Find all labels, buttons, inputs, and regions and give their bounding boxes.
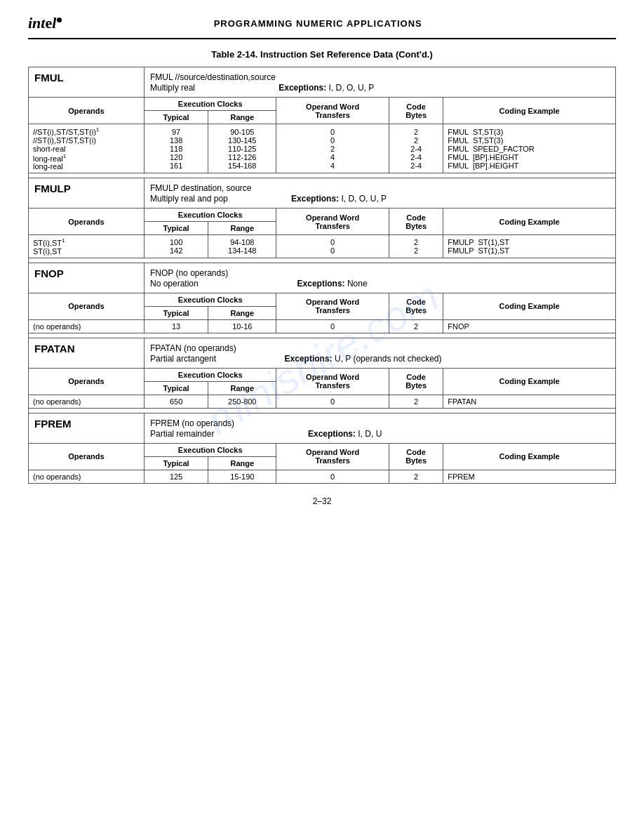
fpatan-exec-clocks-header: Execution Clocks [145,368,276,381]
fmulp-exceptions: Exceptions: I, D, O, U, P [291,194,387,204]
fmul-exceptions: Exceptions: I, D, O, U, P [279,83,374,93]
fmulp-word-transfers: 00 [276,235,389,258]
fnop-operands: (no operands) [29,319,145,333]
fnop-desc: FNOP (no operands)No operation [150,268,228,289]
fprem-name: FPREM [34,418,72,430]
fmulp-clocks-header: Operands Execution Clocks Operand WordTr… [29,208,616,222]
fnop-name: FNOP [34,267,64,279]
page-number: 2–32 [28,496,616,506]
fmul-typical: 97138118120161 [145,124,208,173]
fpatan-data-row: (no operands) 650 250-800 0 2 FPATAN [29,395,616,408]
fpatan-desc: FPATAN (no operands)Partial arctangent [150,343,236,364]
fmul-coding-example-header: Coding Example [443,98,616,124]
fmulp-operands-col-header: Operands [29,208,145,235]
fpatan-operands: (no operands) [29,395,145,408]
fmulp-data-row: ST(i),ST1 ST(i),ST 100142 94-108134-148 … [29,235,616,258]
fpatan-typical: 650 [145,395,208,408]
fmul-name: FMUL [34,72,64,84]
fpatan-exceptions: Exceptions: U, P (operands not checked) [285,354,442,364]
fpatan-typical-header: Typical [145,381,208,395]
fprem-coding-example-header: Coding Example [443,443,616,470]
fpatan-header-row: FPATAN FPATAN (no operands)Partial arcta… [29,338,616,368]
fnop-coding-example: FNOP [443,319,616,333]
fmul-code-bytes-header: CodeBytes [389,98,443,124]
fmulp-code-bytes-header: CodeBytes [389,208,443,235]
fmulp-code-bytes: 22 [389,235,443,258]
fprem-operands-col-header: Operands [29,443,145,470]
fpatan-range: 250-800 [208,395,276,408]
fnop-clocks-header: Operands Execution Clocks Operand WordTr… [29,293,616,306]
fmul-range: 90-105130-145110-125112-126154-168 [208,124,276,173]
fprem-typical-header: Typical [145,456,208,470]
fprem-code-bytes: 2 [389,470,443,483]
page-title: PROGRAMMING NUMERIC APPLICATIONS [62,18,574,29]
fmul-clocks-header: Operands Execution Clocks Operand WordTr… [29,98,616,111]
fprem-data-row: (no operands) 125 15-190 0 2 FPREM [29,470,616,483]
fmulp-operands: ST(i),ST1 ST(i),ST [29,235,145,258]
fpatan-coding-example: FPATAN [443,395,616,408]
fprem-exec-clocks-header: Execution Clocks [145,443,276,456]
fprem-range: 15-190 [208,470,276,483]
fmul-word-transfers-header: Operand WordTransfers [276,98,389,124]
fnop-data-row: (no operands) 13 10-16 0 2 FNOP [29,319,616,333]
fnop-coding-example-header: Coding Example [443,293,616,319]
fprem-header-row: FPREM FPREM (no operands)Partial remaind… [29,413,616,443]
fpatan-name: FPATAN [34,343,75,355]
fnop-typical: 13 [145,319,208,333]
fprem-typical: 125 [145,470,208,483]
fmul-coding-example: FMUL ST,ST(3) FMUL ST,ST(3) FMUL SPEED_F… [443,124,616,173]
fmul-word-transfers: 00244 [276,124,389,173]
fprem-code-bytes-header: CodeBytes [389,443,443,470]
fpatan-code-bytes-header: CodeBytes [389,368,443,395]
fmul-operands: //ST(i),ST/ST,ST(i)1 //ST(i),ST/ST,ST(i)… [29,124,145,173]
fmulp-range-header: Range [208,222,276,235]
fmul-operands-col-header: Operands [29,98,145,124]
fprem-clocks-header: Operands Execution Clocks Operand WordTr… [29,443,616,456]
fmul-desc: FMUL //source/destination,sourceMultiply… [150,72,276,93]
fprem-operands: (no operands) [29,470,145,483]
fnop-exec-clocks-header: Execution Clocks [145,293,276,306]
fmul-exec-clocks-header: Execution Clocks [145,98,276,111]
fmul-data-row: //ST(i),ST/ST,ST(i)1 //ST(i),ST/ST,ST(i)… [29,124,616,173]
fprem-coding-example: FPREM [443,470,616,483]
fnop-word-transfers-header: Operand WordTransfers [276,293,389,319]
fmulp-typical: 100142 [145,235,208,258]
fnop-word-transfers: 0 [276,319,389,333]
fnop-range: 10-16 [208,319,276,333]
fprem-word-transfers: 0 [276,470,389,483]
fmulp-name: FMULP [34,183,71,194]
fmulp-desc: FMULP destination, sourceMultiply real a… [150,183,252,204]
fprem-desc: FPREM (no operands)Partial remainder [150,418,234,439]
fnop-exceptions: Exceptions: None [297,279,368,289]
fmulp-coding-example-header: Coding Example [443,208,616,235]
table-title: Table 2-14. Instruction Set Reference Da… [28,49,616,60]
fpatan-word-transfers: 0 [276,395,389,408]
fmul-header-row: FMUL FMUL //source/destination,sourceMul… [29,67,616,98]
page-header: intel PROGRAMMING NUMERIC APPLICATIONS [28,14,616,32]
fprem-range-header: Range [208,456,276,470]
fmul-code-bytes: 222-42-42-4 [389,124,443,173]
fmulp-exec-clocks-header: Execution Clocks [145,208,276,222]
fmulp-coding-example: FMULP ST(1),ST FMULP ST(1),ST [443,235,616,258]
fpatan-clocks-header: Operands Execution Clocks Operand WordTr… [29,368,616,381]
fmul-range-header: Range [208,111,276,124]
fmulp-typical-header: Typical [145,222,208,235]
fpatan-coding-example-header: Coding Example [443,368,616,395]
fmulp-header-row: FMULP FMULP destination, sourceMultiply … [29,178,616,208]
intel-logo: intel [28,14,62,32]
fmulp-range: 94-108134-148 [208,235,276,258]
fprem-word-transfers-header: Operand WordTransfers [276,443,389,470]
fpatan-code-bytes: 2 [389,395,443,408]
instruction-table: FMUL FMUL //source/destination,sourceMul… [28,67,616,484]
fprem-exceptions: Exceptions: I, D, U [308,429,382,439]
fnop-code-bytes-header: CodeBytes [389,293,443,319]
fnop-range-header: Range [208,306,276,319]
fnop-typical-header: Typical [145,306,208,319]
fmulp-word-transfers-header: Operand WordTransfers [276,208,389,235]
fnop-code-bytes: 2 [389,319,443,333]
fnop-header-row: FNOP FNOP (no operands)No operation Exce… [29,263,616,293]
fpatan-range-header: Range [208,381,276,395]
fnop-operands-col-header: Operands [29,293,145,319]
fpatan-word-transfers-header: Operand WordTransfers [276,368,389,395]
fpatan-operands-col-header: Operands [29,368,145,395]
